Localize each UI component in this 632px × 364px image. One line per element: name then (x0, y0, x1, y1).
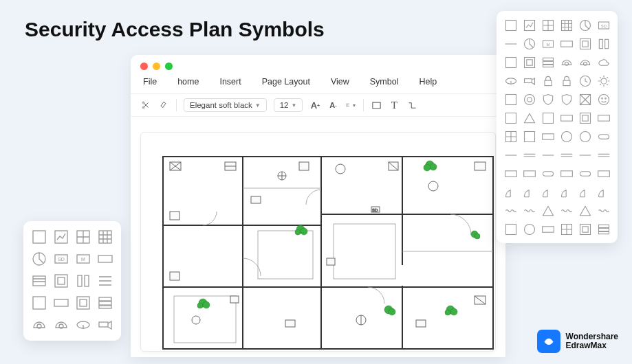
symbol-sq[interactable] (503, 18, 518, 32)
symbol-lines[interactable] (96, 272, 114, 290)
decrease-font-icon[interactable]: A- (327, 100, 338, 111)
symbol-sq2[interactable] (503, 55, 518, 69)
minimize-window-button[interactable] (153, 62, 160, 70)
symbol-pill[interactable] (596, 129, 611, 144)
symbol-stack[interactable] (541, 55, 555, 69)
symbol-d6[interactable] (596, 185, 611, 199)
symbol-bar1[interactable] (503, 166, 518, 181)
symbol-w6[interactable] (596, 203, 611, 218)
symbol-graph-p[interactable] (52, 228, 70, 246)
symbol-lined[interactable] (30, 272, 48, 290)
menu-file[interactable]: File (143, 77, 157, 87)
symbol-line1[interactable] (503, 148, 518, 162)
symbol-pie[interactable] (30, 250, 48, 268)
symbol-rect[interactable] (96, 250, 114, 268)
symbol-bar2[interactable] (522, 166, 536, 181)
symbol-window[interactable] (559, 18, 574, 32)
symbol-dome[interactable] (559, 55, 574, 69)
symbol-d2[interactable] (522, 185, 536, 199)
symbol-d5[interactable] (578, 185, 592, 199)
symbol-frame[interactable] (74, 294, 92, 312)
symbol-e3[interactable] (541, 222, 555, 236)
cut-icon[interactable] (140, 100, 151, 111)
symbol-d3[interactable] (541, 185, 555, 199)
symbol-box-m[interactable] (52, 272, 70, 290)
symbol-dish[interactable] (74, 316, 92, 334)
symbol-dome-camera[interactable] (52, 316, 70, 334)
symbol-tri[interactable] (522, 111, 536, 125)
menu-symbol[interactable]: Symbol (370, 77, 399, 87)
canvas[interactable]: SD (140, 132, 496, 352)
symbol-shield2[interactable] (559, 92, 574, 106)
symbol-target[interactable] (522, 92, 536, 106)
symbol-e5[interactable] (578, 222, 592, 236)
symbol-e1[interactable] (503, 222, 518, 236)
menu-help[interactable]: Help (419, 77, 437, 87)
symbol-line5[interactable] (578, 148, 592, 162)
symbol-dish[interactable] (503, 73, 518, 88)
symbol-e4[interactable] (559, 222, 574, 236)
symbol-cam[interactable] (522, 73, 536, 88)
symbol-bar5[interactable] (578, 166, 592, 181)
increase-font-icon[interactable]: A+ (309, 100, 320, 111)
symbol-w1[interactable] (503, 203, 518, 218)
symbol-lock[interactable] (541, 73, 555, 88)
symbol-d1[interactable] (503, 185, 518, 199)
text-tool-icon[interactable]: T (389, 100, 400, 111)
symbol-grid[interactable] (541, 18, 555, 32)
symbol-sd[interactable] (52, 250, 70, 268)
symbol-bars[interactable] (596, 36, 611, 51)
menu-insert[interactable]: Insert (219, 77, 241, 87)
symbol-bar3[interactable] (541, 166, 555, 181)
symbol-e2[interactable] (522, 222, 536, 236)
symbol-graph[interactable] (522, 18, 536, 32)
symbol-box2[interactable] (578, 111, 592, 125)
symbol-sq6[interactable] (522, 129, 536, 144)
rectangle-tool-icon[interactable] (371, 100, 382, 111)
symbol-line4[interactable] (559, 148, 574, 162)
menu-view[interactable]: View (331, 77, 349, 87)
connector-tool-icon[interactable] (406, 100, 417, 111)
symbol-rect-simple[interactable] (52, 294, 70, 312)
symbol-w4[interactable] (559, 203, 574, 218)
symbol-w5[interactable] (578, 203, 592, 218)
symbol-sq4[interactable] (503, 111, 518, 125)
symbol-lock2[interactable] (559, 73, 574, 88)
menu-home[interactable]: home (177, 77, 199, 87)
symbol-pie2[interactable] (522, 36, 536, 51)
symbol-sd[interactable] (596, 18, 611, 32)
symbol-dome2[interactable] (578, 55, 592, 69)
symbol-rect[interactable] (559, 36, 574, 51)
symbol-sq3[interactable] (503, 92, 518, 106)
symbol-face[interactable] (596, 92, 611, 106)
symbol-w3[interactable] (541, 203, 555, 218)
align-icon[interactable]: ▼ (345, 100, 356, 111)
symbol-sun[interactable] (596, 73, 611, 88)
font-size-select[interactable]: 12 ▼ (274, 98, 303, 112)
symbol-dome[interactable] (30, 316, 48, 334)
symbol-two-bar[interactable] (74, 272, 92, 290)
symbol-w2[interactable] (522, 203, 536, 218)
symbol-m[interactable] (541, 36, 555, 51)
symbol-rect3[interactable] (596, 111, 611, 125)
symbol-rect2[interactable] (559, 111, 574, 125)
symbol-line3[interactable] (541, 148, 555, 162)
menu-page-layout[interactable]: Page Layout (262, 77, 310, 87)
symbol-line6[interactable] (596, 148, 611, 162)
symbol-square-simple[interactable] (30, 294, 48, 312)
font-family-select[interactable]: Elegant soft black ▼ (184, 98, 267, 112)
close-window-button[interactable] (140, 62, 148, 70)
symbol-cloud[interactable] (596, 55, 611, 69)
symbol-rect4[interactable] (541, 129, 555, 144)
symbol-grid4[interactable] (74, 228, 92, 246)
symbol-clock[interactable] (578, 73, 592, 88)
symbol-circ[interactable] (559, 129, 574, 144)
symbol-pie[interactable] (578, 18, 592, 32)
symbol-e6[interactable] (596, 222, 611, 236)
symbol-box[interactable] (578, 36, 592, 51)
maximize-window-button[interactable] (165, 62, 173, 70)
symbol-circ2[interactable] (578, 129, 592, 144)
symbol-stack[interactable] (96, 294, 114, 312)
symbol-m[interactable] (74, 250, 92, 268)
symbol-shield[interactable] (541, 92, 555, 106)
